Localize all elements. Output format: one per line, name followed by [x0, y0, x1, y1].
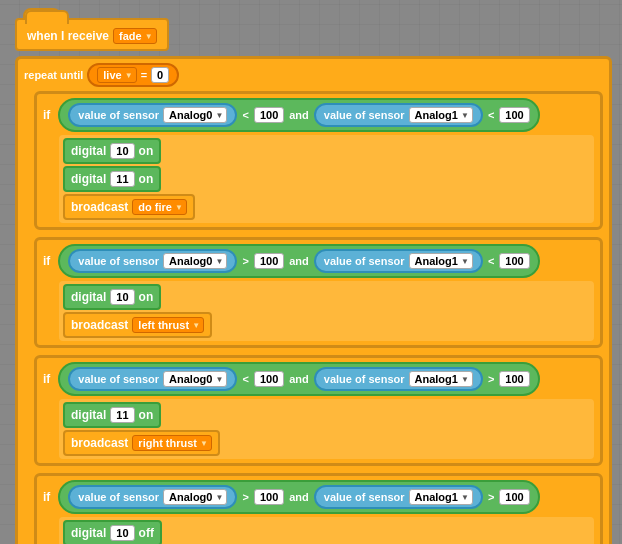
if1-op2: < [488, 109, 494, 121]
if2-broadcast-dropdown[interactable]: left thrust [132, 317, 204, 333]
if3-digital-11: digital 11 on [63, 402, 161, 428]
receive-dropdown[interactable]: fade [113, 28, 157, 44]
if1-val1: 100 [254, 107, 284, 123]
if3-op1: < [242, 373, 248, 385]
if-block-4: if value of sensor Analog0 > 100 and val… [34, 473, 603, 544]
if4-val1: 100 [254, 489, 284, 505]
if1-digital-11: digital 11 on [63, 166, 161, 192]
if2-op1: > [242, 255, 248, 267]
if2-op2: < [488, 255, 494, 267]
if-block-1: if value of sensor Analog0 < 100 and val… [34, 91, 603, 230]
if1-broadcast: broadcast do fire [63, 194, 195, 220]
if3-sensor2-dropdown[interactable]: Analog1 [409, 371, 473, 387]
if1-sensor1-dropdown[interactable]: Analog0 [163, 107, 227, 123]
if3-body: digital 11 on broadcast right thrust [59, 399, 594, 459]
if4-op1: > [242, 491, 248, 503]
if2-condition: value of sensor Analog0 > 100 and value … [58, 244, 539, 278]
if3-broadcast-dropdown[interactable]: right thrust [132, 435, 212, 451]
live-var-dropdown[interactable]: live [97, 67, 136, 83]
if1-val2: 100 [499, 107, 529, 123]
if3-and: and [289, 373, 309, 385]
if4-val2: 100 [499, 489, 529, 505]
if4-op2: > [488, 491, 494, 503]
if2-label: if [43, 254, 50, 268]
if-block-3: if value of sensor Analog0 < 100 and val… [34, 355, 603, 466]
if4-sensor2-dropdown[interactable]: Analog1 [409, 489, 473, 505]
if1-op1: < [242, 109, 248, 121]
repeat-op: = [141, 69, 147, 81]
if2-and: and [289, 255, 309, 267]
if3-condition: value of sensor Analog0 < 100 and value … [58, 362, 539, 396]
if4-body: digital 10 off digital 11 off [59, 517, 594, 544]
if3-op2: > [488, 373, 494, 385]
if1-sensor2-dropdown[interactable]: Analog1 [409, 107, 473, 123]
if4-digital-10: digital 10 off [63, 520, 162, 544]
if1-label: if [43, 108, 50, 122]
if1-and: and [289, 109, 309, 121]
repeat-condition: live = 0 [87, 63, 179, 87]
if4-label: if [43, 490, 50, 504]
if1-sensor2: value of sensor Analog1 [314, 103, 483, 127]
if3-sensor2: value of sensor Analog1 [314, 367, 483, 391]
if2-sensor1-dropdown[interactable]: Analog0 [163, 253, 227, 269]
if3-sensor1-dropdown[interactable]: Analog0 [163, 371, 227, 387]
if2-val2: 100 [499, 253, 529, 269]
repeat-label: repeat until [24, 69, 83, 81]
if3-sensor1: value of sensor Analog0 [68, 367, 237, 391]
if4-sensor1-dropdown[interactable]: Analog0 [163, 489, 227, 505]
if4-and: and [289, 491, 309, 503]
if2-sensor2-dropdown[interactable]: Analog1 [409, 253, 473, 269]
if4-sensor1: value of sensor Analog0 [68, 485, 237, 509]
if2-sensor2: value of sensor Analog1 [314, 249, 483, 273]
if3-val2: 100 [499, 371, 529, 387]
if1-condition: value of sensor Analog0 < 100 and value … [58, 98, 539, 132]
if1-body: digital 10 on digital 11 on broadcast [59, 135, 594, 223]
if2-val1: 100 [254, 253, 284, 269]
if2-sensor1: value of sensor Analog0 [68, 249, 237, 273]
if1-sensor1: value of sensor Analog0 [68, 103, 237, 127]
if3-val1: 100 [254, 371, 284, 387]
repeat-until-block: repeat until live = 0 if value of sensor… [15, 56, 612, 544]
if1-broadcast-dropdown[interactable]: do fire [132, 199, 187, 215]
repeat-val: 0 [151, 67, 169, 83]
if2-broadcast: broadcast left thrust [63, 312, 212, 338]
if2-digital-10: digital 10 on [63, 284, 161, 310]
when-receive-label: when I receive [27, 29, 109, 43]
if4-condition: value of sensor Analog0 > 100 and value … [58, 480, 539, 514]
if4-sensor2: value of sensor Analog1 [314, 485, 483, 509]
if3-broadcast: broadcast right thrust [63, 430, 220, 456]
when-receive-hat: when I receive fade [15, 18, 612, 51]
if2-body: digital 10 on broadcast left thrust [59, 281, 594, 341]
if-block-2: if value of sensor Analog0 > 100 and val… [34, 237, 603, 348]
if3-label: if [43, 372, 50, 386]
if1-digital-10: digital 10 on [63, 138, 161, 164]
